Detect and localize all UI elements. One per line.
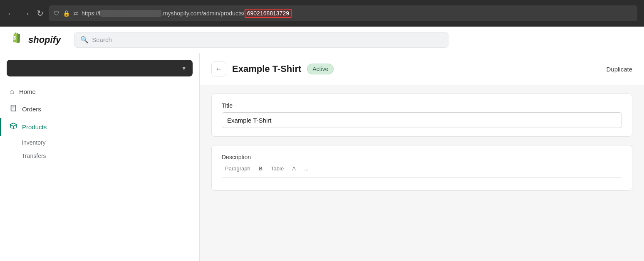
connection-icon: ⇄ — [73, 10, 78, 17]
home-icon: ⌂ — [10, 87, 14, 96]
url-product-id: 6902168813729 — [245, 9, 292, 18]
url-text: https://l██████████████.myshopify.com/ad… — [82, 10, 632, 17]
sidebar-item-products-label: Products — [22, 123, 47, 130]
sidebar-item-transfers[interactable]: Transfers — [0, 149, 199, 163]
url-prefix: https://l — [82, 10, 100, 17]
sidebar-item-transfers-label: Transfers — [22, 153, 46, 159]
sidebar-item-inventory[interactable]: Inventory — [0, 136, 199, 149]
sidebar-item-home[interactable]: ⌂ Home — [0, 83, 199, 100]
shopify-bag-icon — [10, 32, 25, 47]
browser-back-button[interactable]: ← — [7, 9, 15, 18]
title-form-section: Title — [211, 94, 632, 137]
browser-chrome: ← → ↻ 🛡 🔒 ⇄ https://l██████████████.mysh… — [0, 0, 644, 27]
status-badge: Active — [307, 64, 334, 74]
chevron-down-icon: ▼ — [181, 65, 187, 71]
sidebar-item-home-label: Home — [19, 88, 36, 95]
title-label: Title — [222, 102, 622, 109]
search-bar[interactable]: 🔍 Search — [74, 32, 448, 48]
shield-icon: 🛡 — [54, 10, 59, 17]
page-title: Example T-Shirt — [232, 64, 301, 74]
content-area: ← Example T-Shirt Active Duplicate Title… — [200, 53, 644, 261]
sidebar-item-orders[interactable]: Orders — [0, 100, 199, 118]
toolbar-bold-btn[interactable]: B — [255, 164, 266, 173]
sidebar-item-orders-label: Orders — [22, 106, 41, 113]
browser-nav: ← → ↻ — [7, 8, 44, 18]
sidebar: ▼ ⌂ Home Orders Products Inven — [0, 53, 200, 261]
browser-reload-button[interactable]: ↻ — [37, 8, 44, 18]
sidebar-item-inventory-label: Inventory — [22, 139, 46, 146]
orders-icon — [10, 104, 17, 114]
lock-icon: 🔒 — [63, 10, 70, 17]
description-label: Description — [222, 154, 622, 160]
toolbar-align-btn[interactable]: A — [289, 164, 299, 173]
main-area: ▼ ⌂ Home Orders Products Inven — [0, 53, 644, 261]
back-button[interactable]: ← — [211, 62, 226, 76]
search-placeholder-text: Search — [92, 36, 112, 43]
toolbar-table-btn[interactable]: Table — [268, 164, 287, 173]
url-blurred: ██████████████ — [100, 10, 161, 17]
shopify-wordmark: shopify — [28, 34, 61, 45]
description-toolbar: Paragraph B Table A ... — [222, 164, 622, 178]
toolbar-extra-btn[interactable]: ... — [301, 164, 312, 173]
store-selector-name — [12, 64, 178, 72]
top-header: shopify 🔍 Search — [0, 27, 644, 53]
shopify-logo[interactable]: shopify — [10, 32, 61, 47]
browser-forward-button[interactable]: → — [22, 9, 30, 18]
browser-security-icons: 🛡 🔒 ⇄ — [54, 10, 78, 17]
url-domain: .myshopify.com/admin/products/ — [161, 10, 245, 17]
url-bar[interactable]: 🛡 🔒 ⇄ https://l██████████████.myshopify.… — [49, 5, 637, 21]
description-form-section: Description Paragraph B Table A ... — [211, 145, 632, 191]
app-layout: shopify 🔍 Search ▼ ⌂ Home Orders — [0, 27, 644, 261]
search-icon: 🔍 — [80, 36, 89, 44]
store-selector[interactable]: ▼ — [7, 60, 193, 76]
header-actions: Duplicate — [606, 62, 632, 76]
duplicate-button[interactable]: Duplicate — [606, 62, 632, 76]
sidebar-item-products[interactable]: Products — [0, 118, 199, 136]
products-icon — [10, 122, 17, 132]
toolbar-paragraph-btn[interactable]: Paragraph — [222, 164, 254, 173]
page-header: ← Example T-Shirt Active Duplicate — [200, 53, 644, 85]
title-input[interactable] — [222, 112, 622, 128]
